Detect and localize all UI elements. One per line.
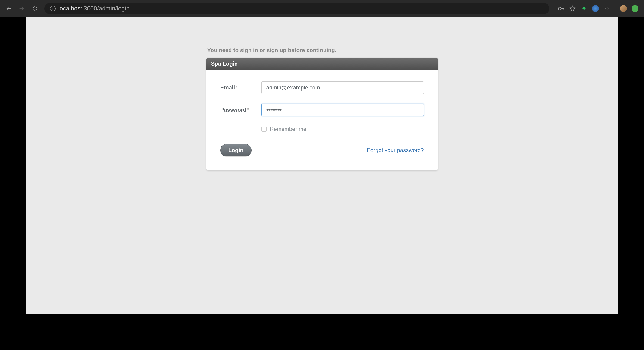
profile-avatar[interactable]: [620, 5, 627, 12]
password-label: Password*: [220, 107, 262, 113]
page-viewport: You need to sign in or sign up before co…: [26, 17, 618, 314]
svg-point-0: [558, 7, 561, 10]
login-button[interactable]: Login: [220, 144, 252, 156]
svg-rect-2: [563, 8, 564, 10]
sync-status-icon[interactable]: [632, 5, 638, 12]
forward-button[interactable]: [18, 5, 25, 12]
browser-toolbar: i localhost:3000/admin/login ✦ ⚙: [0, 0, 644, 17]
key-icon[interactable]: [558, 5, 565, 12]
svg-rect-3: [564, 8, 564, 9]
toolbar-separator: [615, 5, 615, 12]
remember-row: Remember me: [262, 126, 424, 132]
svg-rect-1: [561, 8, 564, 9]
login-panel: Spa Login Email* Password* Remember me L…: [206, 58, 438, 170]
form-actions: Login Forgot your password?: [220, 144, 424, 156]
reload-button[interactable]: [32, 5, 38, 12]
evernote-extension-icon[interactable]: ✦: [580, 5, 587, 12]
panel-body: Email* Password* Remember me Login Forgo…: [206, 70, 438, 170]
panel-title: Spa Login: [206, 58, 438, 70]
password-field[interactable]: [262, 104, 424, 116]
email-row: Email*: [220, 81, 424, 94]
remember-label: Remember me: [270, 126, 306, 132]
extension-icon-grey[interactable]: ⚙: [604, 5, 610, 12]
password-row: Password*: [220, 104, 424, 116]
forgot-password-link[interactable]: Forgot your password?: [367, 147, 424, 153]
address-bar[interactable]: i localhost:3000/admin/login: [44, 3, 549, 14]
bookmark-star-icon[interactable]: [569, 5, 576, 12]
extension-icon-blue[interactable]: [592, 5, 599, 12]
toolbar-right: ✦ ⚙: [558, 5, 638, 12]
email-field[interactable]: [262, 81, 424, 94]
login-container: You need to sign in or sign up before co…: [206, 17, 438, 170]
nav-controls: [6, 5, 38, 12]
flash-notice: You need to sign in or sign up before co…: [206, 47, 438, 54]
site-info-icon[interactable]: i: [50, 6, 56, 11]
back-button[interactable]: [6, 5, 12, 12]
remember-checkbox[interactable]: [262, 127, 266, 132]
url-text: localhost:3000/admin/login: [58, 5, 130, 12]
email-label: Email*: [220, 84, 262, 91]
